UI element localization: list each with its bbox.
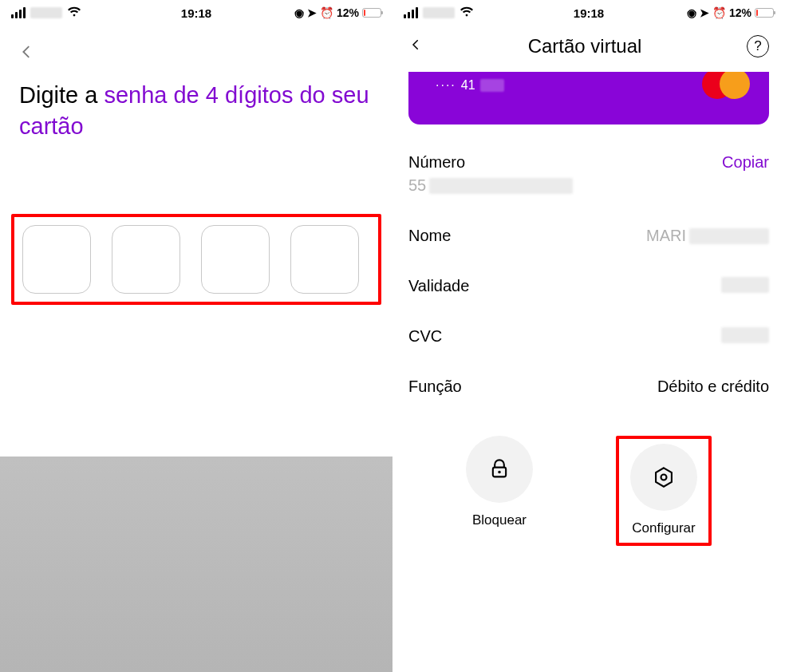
svg-marker-2 xyxy=(656,468,672,486)
carrier-blur xyxy=(423,7,455,18)
row-numero: Número 55 Copiar xyxy=(408,153,769,211)
card-blur xyxy=(480,79,504,92)
chevron-left-icon xyxy=(18,43,35,61)
gear-icon xyxy=(653,466,675,488)
configure-action[interactable]: Configurar xyxy=(630,444,697,536)
cvc-blur xyxy=(721,327,769,343)
nome-label: Nome xyxy=(408,227,451,245)
signal-icon xyxy=(404,7,418,18)
title-text-normal: Digite a xyxy=(19,82,104,108)
pin-digit-1[interactable] xyxy=(22,225,91,294)
card-details: Número 55 Copiar Nome MARI Validade CVC xyxy=(392,153,785,412)
row-validade: Validade xyxy=(408,261,769,311)
numero-label: Número xyxy=(408,153,573,172)
orientation-icon: ◉ xyxy=(294,6,304,19)
validade-label: Validade xyxy=(408,277,469,295)
nome-blur xyxy=(689,228,769,244)
status-left xyxy=(11,6,81,20)
card-last-digits: ···· 41 xyxy=(436,78,504,93)
status-right: ◉ ➤ ⏰ 12% xyxy=(294,6,381,19)
card-mask-dots: ···· xyxy=(436,78,456,93)
status-bar: 19:18 ◉ ➤ ⏰ 12% xyxy=(392,0,785,26)
nome-value: MARI xyxy=(646,227,769,245)
funcao-label: Função xyxy=(408,378,462,396)
status-right: ◉ ➤ ⏰ 12% xyxy=(687,6,774,19)
back-button[interactable] xyxy=(408,38,423,55)
carrier-blur xyxy=(30,7,62,18)
virtual-card: ···· 41 xyxy=(408,72,769,125)
keyboard-placeholder xyxy=(0,457,392,672)
page-title: Cartão virtual xyxy=(528,35,642,57)
signal-icon xyxy=(11,7,26,18)
back-button[interactable] xyxy=(14,40,38,64)
battery-icon xyxy=(362,8,381,18)
alarm-icon: ⏰ xyxy=(320,6,333,19)
row-nome: Nome MARI xyxy=(408,211,769,261)
funcao-value: Débito e crédito xyxy=(657,378,769,396)
status-bar: 19:18 ◉ ➤ ⏰ 12% xyxy=(0,0,392,26)
validade-blur xyxy=(721,277,769,293)
card-last2: 41 xyxy=(461,78,475,93)
page-header: Cartão virtual ? xyxy=(392,26,785,67)
location-icon: ➤ xyxy=(307,6,317,19)
cvc-label: CVC xyxy=(408,327,442,346)
row-cvc: CVC xyxy=(408,311,769,362)
battery-icon xyxy=(755,8,774,18)
copy-button[interactable]: Copiar xyxy=(722,153,769,172)
page-title: Digite a senha de 4 dígitos do seu cartã… xyxy=(0,64,392,142)
configure-highlight: Configurar xyxy=(616,436,712,546)
status-left xyxy=(404,6,474,20)
battery-percentage: 12% xyxy=(337,6,359,19)
pin-digit-3[interactable] xyxy=(201,225,270,294)
chevron-left-icon xyxy=(408,38,423,52)
block-action[interactable]: Bloquear xyxy=(466,436,533,546)
svg-point-1 xyxy=(498,471,501,474)
pin-digit-2[interactable] xyxy=(112,225,180,294)
numero-blur xyxy=(429,178,573,194)
action-buttons: Bloquear Configurar xyxy=(392,436,785,546)
status-time: 19:18 xyxy=(574,6,604,20)
status-time: 19:18 xyxy=(181,6,211,20)
battery-percentage: 12% xyxy=(729,6,751,19)
lock-icon xyxy=(488,458,511,480)
block-label: Bloquear xyxy=(472,512,527,528)
location-icon: ➤ xyxy=(700,6,709,19)
alarm-icon: ⏰ xyxy=(712,6,726,19)
numero-value: 55 xyxy=(408,176,573,195)
help-button[interactable]: ? xyxy=(747,35,769,57)
pin-digit-4[interactable] xyxy=(290,225,359,294)
screen-pin-entry: 19:18 ◉ ➤ ⏰ 12% Digite a senha de 4 dígi… xyxy=(0,0,392,672)
row-funcao: Função Débito e crédito xyxy=(408,362,769,412)
orientation-icon: ◉ xyxy=(687,6,696,19)
svg-point-3 xyxy=(661,475,667,480)
wifi-icon xyxy=(460,6,474,20)
pin-input-highlight xyxy=(11,214,381,305)
configure-label: Configurar xyxy=(632,520,695,536)
screen-virtual-card: 19:18 ◉ ➤ ⏰ 12% Cartão virtual ? ···· 41 xyxy=(392,0,785,672)
wifi-icon xyxy=(67,6,81,20)
